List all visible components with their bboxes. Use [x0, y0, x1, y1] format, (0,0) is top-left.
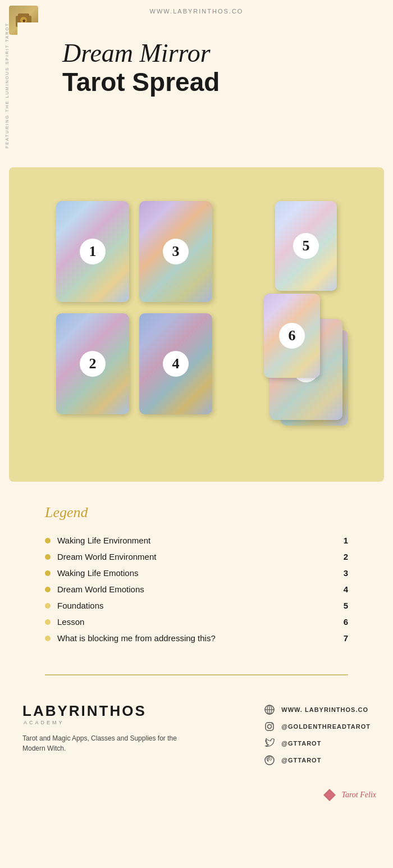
- legend-num-6: 6: [344, 617, 348, 627]
- footer-right: WWW. LABYRINTHOS.CO @GOLDENTHREADTAROT @…: [263, 703, 371, 771]
- legend-left-2: Dream World Environment: [45, 552, 156, 561]
- legend-dot-4: [45, 587, 51, 592]
- card-2: 2: [56, 313, 129, 414]
- footer-logo: LABYRINTHOS: [22, 703, 180, 718]
- legend-item-3: Waking Life Emotions 3: [45, 565, 348, 581]
- svg-marker-13: [325, 791, 334, 800]
- legend-num-5: 5: [344, 601, 348, 610]
- watermark: Tarot Felix: [0, 788, 393, 816]
- legend-label-1: Waking Life Environment: [57, 536, 150, 545]
- legend-dot-7: [45, 636, 51, 641]
- card-3: 3: [139, 201, 212, 302]
- social-item-pinterest: @GTTAROT: [263, 754, 371, 766]
- legend-dot-5: [45, 603, 51, 609]
- instagram-icon: [263, 720, 276, 733]
- social-item-twitter: @GTTAROT: [263, 737, 371, 750]
- watermark-text: Tarot Felix: [341, 791, 376, 800]
- spread-area: 1 3 5 2 4 6 7: [9, 167, 384, 482]
- title-section: Dream Mirror Tarot Spread: [17, 22, 393, 96]
- card-number-3: 3: [163, 239, 189, 264]
- legend-dot-6: [45, 619, 51, 625]
- legend-section: Legend Waking Life Environment 1 Dream W…: [0, 482, 393, 657]
- legend-item-4: Dream World Emotions 4: [45, 581, 348, 597]
- footer: LABYRINTHOS ACADEMY Tarot and Magic Apps…: [0, 692, 393, 788]
- legend-left-7: What is blocking me from addressing this…: [45, 633, 216, 643]
- legend-dot-2: [45, 554, 51, 560]
- legend-left-1: Waking Life Environment: [45, 536, 150, 545]
- globe-icon: [263, 703, 276, 716]
- legend-item-5: Foundations 5: [45, 597, 348, 614]
- legend-dot-1: [45, 538, 51, 543]
- social-item-instagram: @GOLDENTHREADTAROT: [263, 720, 371, 733]
- legend-item-7: What is blocking me from addressing this…: [45, 630, 348, 646]
- legend-left-6: Lesson: [45, 617, 84, 627]
- watermark-inner: Tarot Felix: [322, 788, 376, 802]
- pinterest-icon: [263, 754, 276, 766]
- card-number-6: 6: [279, 323, 305, 349]
- svg-point-10: [272, 723, 273, 724]
- svg-point-9: [268, 724, 272, 728]
- twitter-icon: [263, 737, 276, 750]
- legend-left-5: Foundations: [45, 601, 104, 610]
- social-item-web: WWW. LABYRINTHOS.CO: [263, 703, 371, 716]
- legend-num-2: 2: [344, 552, 348, 561]
- card-number-2: 2: [80, 351, 106, 377]
- legend-title: Legend: [45, 504, 348, 521]
- card-number-4: 4: [163, 351, 189, 377]
- legend-left-3: Waking Life Emotions: [45, 568, 139, 578]
- legend-label-2: Dream World Environment: [57, 552, 156, 561]
- divider: [45, 674, 348, 675]
- title-line1: Dream Mirror: [62, 39, 348, 68]
- card-5: 5: [275, 201, 337, 291]
- title-line2: Tarot Spread: [62, 68, 348, 97]
- header-url: WWW.LABYRINTHOS.CO: [150, 8, 244, 15]
- legend-label-5: Foundations: [57, 601, 104, 610]
- legend-label-6: Lesson: [57, 617, 84, 627]
- legend-num-7: 7: [344, 633, 348, 643]
- legend-dot-3: [45, 570, 51, 576]
- legend-label-4: Dream World Emotions: [57, 584, 144, 594]
- header: ⚜ WWW.LABYRINTHOS.CO: [0, 0, 393, 22]
- footer-left: LABYRINTHOS ACADEMY Tarot and Magic Apps…: [22, 703, 180, 753]
- cards-container: 1 3 5 2 4 6 7: [56, 201, 337, 437]
- legend-label-3: Waking Life Emotions: [57, 568, 139, 578]
- card-6: 6: [264, 294, 320, 378]
- footer-logo-sub: ACADEMY: [24, 720, 180, 725]
- social-text-twitter: @GTTAROT: [281, 740, 321, 747]
- legend-label-7: What is blocking me from addressing this…: [57, 633, 216, 643]
- legend-num-1: 1: [344, 536, 348, 545]
- footer-description: Tarot and Magic Apps, Classes and Suppli…: [22, 733, 180, 753]
- social-text-pinterest: @GTTAROT: [281, 757, 321, 764]
- legend-num-3: 3: [344, 568, 348, 578]
- social-text-instagram: @GOLDENTHREADTAROT: [281, 723, 371, 730]
- legend-item-2: Dream World Environment 2: [45, 549, 348, 565]
- legend-item-1: Waking Life Environment 1: [45, 532, 348, 549]
- svg-point-11: [265, 756, 274, 765]
- legend-left-4: Dream World Emotions: [45, 584, 144, 594]
- side-label: FEATURING THE LUMINOUS SPIRIT TAROT: [0, 22, 17, 154]
- card-number-1: 1: [80, 239, 106, 264]
- legend-item-6: Lesson 6: [45, 614, 348, 630]
- card-1: 1: [56, 201, 129, 302]
- card-number-5: 5: [293, 233, 319, 259]
- card-4: 4: [139, 313, 212, 414]
- legend-num-4: 4: [344, 584, 348, 594]
- social-text-web: WWW. LABYRINTHOS.CO: [281, 706, 368, 713]
